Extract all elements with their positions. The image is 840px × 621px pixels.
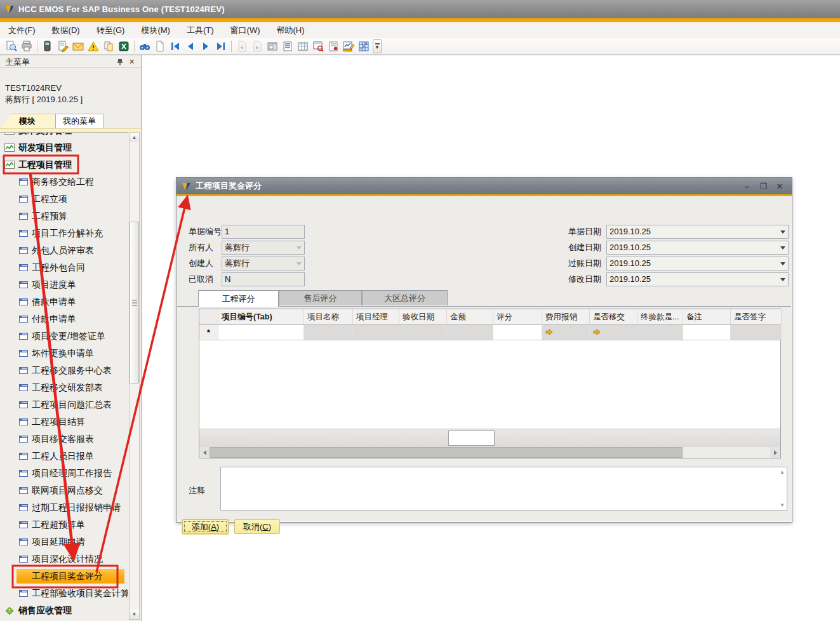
print-preview-icon[interactable]	[4, 39, 19, 53]
cancel-button[interactable]: 取消(C)	[234, 519, 280, 534]
field-修改日期[interactable]: 2019.10.25	[606, 272, 789, 286]
next-record-icon[interactable]	[198, 39, 213, 53]
excel-export-icon[interactable]	[116, 39, 131, 53]
sidebar-tab-modules[interactable]: 模块	[0, 114, 55, 128]
tree-scrollbar[interactable]: ▲ ▼	[129, 132, 140, 620]
mail-icon[interactable]	[70, 39, 86, 53]
calculator-icon[interactable]	[40, 39, 55, 53]
chart-designer-icon[interactable]	[341, 39, 356, 53]
tree-item-5[interactable]: 工程预算	[0, 208, 128, 225]
document-lines-icon[interactable]	[280, 39, 295, 53]
chevron-down-icon[interactable]	[780, 246, 785, 250]
tree-item-13[interactable]: 坏件更换申请单	[0, 345, 128, 362]
entry-cell-验收日期[interactable]	[399, 325, 447, 340]
entry-cell-是否移交[interactable]	[590, 325, 637, 340]
alert-icon[interactable]	[86, 39, 101, 53]
menu-item-3[interactable]: 转至(G)	[88, 22, 133, 38]
table-view-icon[interactable]	[295, 39, 310, 53]
scroll-down-icon[interactable]: ▼	[130, 610, 139, 619]
field-创建人[interactable]: 蒋辉行	[222, 257, 305, 270]
minimize-icon[interactable]: –	[738, 180, 755, 192]
notes-scroll-up-icon[interactable]: ▲	[780, 469, 785, 475]
tree-item-18[interactable]: 项目移交客服表	[0, 431, 128, 448]
sidebar-tab-my-menu[interactable]: 我的菜单	[55, 114, 103, 128]
toolbar-overflow-button[interactable]: ▼	[373, 39, 382, 53]
field-创建日期[interactable]: 2019.10.25	[606, 241, 789, 255]
grid-footer-inputbox[interactable]	[448, 431, 495, 446]
tree-item-26[interactable]: 工程项目奖金评分	[0, 568, 128, 585]
chevron-down-icon[interactable]	[297, 262, 302, 265]
menu-item-7[interactable]: 帮助(H)	[268, 22, 312, 38]
previous-record-icon[interactable]	[183, 39, 198, 53]
field-单据日期[interactable]: 2019.10.25	[606, 225, 789, 239]
field-过账日期[interactable]: 2019.10.25	[606, 257, 789, 270]
entry-cell-评分[interactable]	[493, 325, 542, 340]
tree-section-2[interactable]: 工程项目管理	[0, 156, 128, 173]
menu-item-1[interactable]: 文件(F)	[0, 22, 44, 38]
chevron-down-icon[interactable]	[780, 230, 785, 234]
field-所有人[interactable]: 蒋辉行	[222, 241, 305, 255]
add-button[interactable]: 添加(A)	[182, 519, 229, 534]
tree-item-12[interactable]: 项目变更/增签证单	[0, 328, 128, 345]
tree-item-11[interactable]: 付款申请单	[0, 310, 128, 328]
tree-item-16[interactable]: 工程项目问题汇总表	[0, 396, 128, 413]
link-arrow-icon[interactable]	[545, 328, 553, 337]
tree-item-8[interactable]: 工程外包合同	[0, 259, 128, 276]
tree-item-24[interactable]: 项目延期申请	[0, 533, 128, 551]
last-record-icon[interactable]	[213, 39, 229, 53]
tree-item-10[interactable]: 借款申请单	[0, 293, 128, 310]
field-单据编号[interactable]: 1	[222, 225, 305, 239]
edit-document-icon[interactable]	[55, 39, 70, 53]
entry-cell-备注[interactable]	[683, 325, 731, 340]
entry-cell-终验款是...[interactable]	[637, 325, 683, 340]
tree-section-28[interactable]: 销售应收管理	[0, 602, 128, 619]
tree-item-6[interactable]: 项目工作分解补充	[0, 225, 128, 242]
report-icon[interactable]	[326, 39, 341, 53]
tree-section-1[interactable]: 研发项目管理	[0, 139, 128, 156]
tree-item-7[interactable]: 外包人员评审表	[0, 242, 128, 259]
dialog-titlebar[interactable]: 工程项目奖金评分 – ❐ ✕	[177, 178, 792, 194]
tree-section-0[interactable]: 技术支持管理	[0, 132, 128, 139]
print-icon[interactable]	[19, 39, 34, 53]
notes-scroll-down-icon[interactable]: ▼	[780, 502, 785, 508]
menu-item-5[interactable]: 工具(T)	[178, 22, 222, 38]
hscroll-thumb[interactable]	[210, 447, 683, 458]
tree-item-20[interactable]: 项目经理周工作报告	[0, 465, 128, 482]
find-icon[interactable]	[137, 39, 152, 53]
form-settings-icon[interactable]	[265, 39, 280, 53]
scrollbar-thumb[interactable]	[130, 222, 139, 384]
grid-hscrollbar[interactable]	[199, 447, 780, 458]
dialog-tab-3[interactable]: 大区总评分	[362, 290, 448, 305]
new-document-icon[interactable]	[152, 39, 168, 53]
maximize-icon[interactable]: ❐	[755, 180, 771, 192]
tree-item-21[interactable]: 联网项目网点移交	[0, 482, 128, 499]
tree-item-15[interactable]: 工程移交研发部表	[0, 379, 128, 396]
menu-item-6[interactable]: 窗口(W)	[222, 22, 269, 38]
link-arrow-icon[interactable]	[593, 328, 601, 337]
close-icon[interactable]: ✕	[127, 57, 137, 67]
calendar-grid-icon[interactable]	[356, 39, 371, 53]
chevron-down-icon[interactable]	[780, 262, 785, 265]
tree-item-25[interactable]: 项目深化设计情况	[0, 551, 128, 568]
dialog-tab-2[interactable]: 售后评分	[279, 290, 362, 305]
dialog-tab-1[interactable]: 工程评分	[198, 290, 279, 307]
scroll-up-icon[interactable]: ▲	[130, 133, 139, 142]
entry-cell-项目编号(Tab)[interactable]	[218, 325, 304, 340]
tree-item-27[interactable]: 工程部验收项目奖金计算	[0, 585, 128, 602]
tree-item-19[interactable]: 工程人员日报单	[0, 448, 128, 465]
redo-icon[interactable]	[250, 39, 265, 53]
pin-icon[interactable]	[115, 57, 124, 67]
field-已取消[interactable]: N	[222, 272, 305, 286]
undo-icon[interactable]	[234, 39, 250, 53]
tree-item-9[interactable]: 项目进度单	[0, 276, 128, 293]
menu-item-2[interactable]: 数据(D)	[44, 22, 88, 38]
copy-page-icon[interactable]	[101, 39, 116, 53]
entry-cell-费用报销[interactable]	[542, 325, 590, 340]
query-search-icon[interactable]	[310, 39, 326, 53]
tree-item-14[interactable]: 工程移交服务中心表	[0, 362, 128, 379]
entry-cell-项目名称[interactable]	[304, 325, 353, 340]
scroll-left-icon[interactable]	[199, 447, 210, 458]
tree-item-22[interactable]: 过期工程日报报销申请	[0, 499, 128, 516]
entry-cell-rowmarker[interactable]: *	[199, 325, 218, 340]
menu-item-4[interactable]: 模块(M)	[133, 22, 178, 38]
